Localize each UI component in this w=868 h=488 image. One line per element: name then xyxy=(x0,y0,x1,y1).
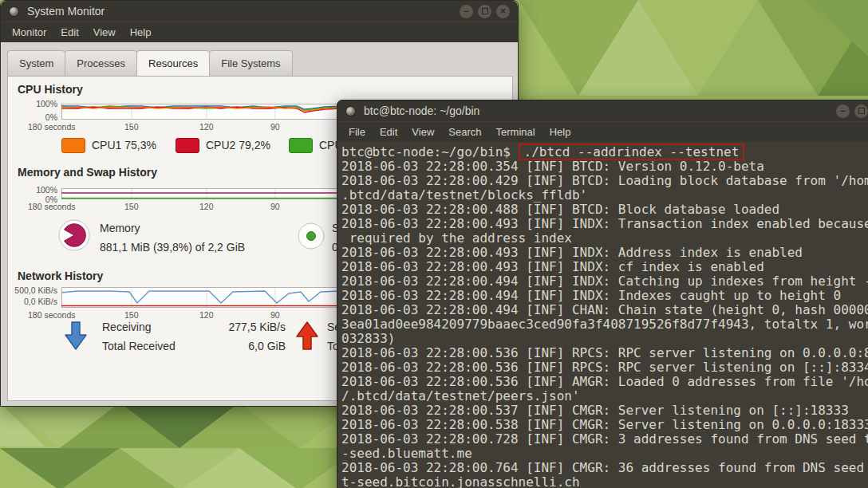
system-monitor-titlebar[interactable]: System Monitor xyxy=(1,1,518,22)
terminal-minimize-icon[interactable] xyxy=(836,104,850,118)
terminal-log-line: 2018-06-03 22:28:00.493 [INF] INDX: Addr… xyxy=(341,246,868,260)
receiving-label: Receiving xyxy=(102,321,151,333)
terminal-log-line: 2018-06-03 22:28:00.536 [INF] RPCS: RPC … xyxy=(341,346,868,360)
tab-system[interactable]: System xyxy=(7,50,65,77)
net-xtick-120: 120 xyxy=(199,310,214,320)
cpu-xtick-180: 180 seconds xyxy=(28,122,76,132)
mem-xtick-180: 180 seconds xyxy=(28,202,76,211)
total-received-value: 6,0 GiB xyxy=(191,340,286,352)
terminal-log-line: 2018-06-03 22:28:00.429 [INF] BTCD: Load… xyxy=(341,174,868,188)
terminal-log-line: 2018-06-03 22:28:00.494 [INF] INDX: Catc… xyxy=(341,274,868,289)
tab-bar: System Processes Resources File Systems xyxy=(7,50,293,77)
mem-xtick-90: 90 xyxy=(270,202,280,211)
minimize-icon[interactable] xyxy=(460,5,473,18)
terminal-title: btc@btc-node: ~/go/bin xyxy=(364,104,836,117)
tab-resources[interactable]: Resources xyxy=(136,50,209,77)
terminal-app-icon xyxy=(345,106,356,116)
terminal-log-line: -seed.bluematt.me xyxy=(341,447,868,461)
memory-value: 881,1 MiB (39,8%) of 2,2 GiB xyxy=(100,241,245,254)
receiving-arrow-icon xyxy=(62,319,89,352)
cpu1-legend-label: CPU1 75,3% xyxy=(92,139,156,152)
maximize-icon[interactable] xyxy=(478,5,491,18)
terminal-titlebar[interactable]: btc@btc-node: ~/go/bin xyxy=(337,100,868,121)
terminal-menu-edit[interactable]: Edit xyxy=(373,124,404,140)
menu-edit[interactable]: Edit xyxy=(54,24,85,41)
terminal-log-line: 2018-06-03 22:28:00.538 [INF] CMGR: Serv… xyxy=(341,418,868,432)
sending-arrow-icon xyxy=(294,319,321,352)
cpu-xtick-90: 90 xyxy=(270,122,280,132)
swap-dot-icon xyxy=(297,222,326,250)
terminal-menubar: File Edit View Search Terminal Help xyxy=(337,121,868,142)
terminal-screen[interactable]: btc@btc-node:~/go/bin$ ./btcd --addrinde… xyxy=(337,143,868,488)
terminal-log-line: 2018-06-03 22:28:00.537 [INF] CMGR: Serv… xyxy=(341,403,868,418)
receiving-rate: 277,5 KiB/s xyxy=(191,321,286,333)
tab-processes[interactable]: Processes xyxy=(65,50,136,77)
cpu1-swatch xyxy=(61,138,85,153)
terminal-log-line: 2018-06-03 22:28:00.493 [INF] INDX: Tran… xyxy=(341,217,868,231)
terminal-log-line: 2018-06-03 22:28:00.764 [INF] CMGR: 36 a… xyxy=(341,461,868,475)
cpu2-swatch xyxy=(176,138,199,153)
menu-help[interactable]: Help xyxy=(124,24,158,41)
terminal-log-line: 032833) xyxy=(341,332,868,346)
terminal-maximize-icon[interactable] xyxy=(854,104,868,118)
terminal-log-line: 2018-06-03 22:28:00.536 [INF] AMGR: Load… xyxy=(341,375,868,389)
cpu-xtick-120: 120 xyxy=(199,122,214,132)
memory-swap-heading: Memory and Swap History xyxy=(18,166,157,179)
total-received-label: Total Received xyxy=(102,340,176,352)
system-monitor-title: System Monitor xyxy=(27,5,460,18)
terminal-menu-view[interactable]: View xyxy=(405,124,440,140)
terminal-log-line: 2018-06-03 22:28:00.493 [INF] INDX: cf i… xyxy=(341,260,868,274)
terminal-log-line: .btcd/data/testnet/blocks_ffldb' xyxy=(341,188,868,203)
network-history-heading: Network History xyxy=(18,270,103,282)
menu-view[interactable]: View xyxy=(87,24,122,41)
terminal-log-line: 2018-06-03 22:28:00.494 [INF] CHAN: Chai… xyxy=(341,303,868,317)
mem-xtick-150: 150 xyxy=(124,202,139,211)
cpu2-legend-label: CPU2 79,2% xyxy=(206,139,270,152)
terminal-menu-terminal[interactable]: Terminal xyxy=(490,124,542,140)
system-monitor-menubar: Monitor Edit View Help xyxy=(1,22,518,42)
cpu3-swatch xyxy=(289,138,313,153)
terminal-log-line: 2018-06-03 22:28:00.488 [INF] BTCD: Bloc… xyxy=(341,203,868,217)
net-xtick-150: 150 xyxy=(124,310,139,320)
close-icon[interactable] xyxy=(496,5,510,18)
memory-pie-icon xyxy=(57,218,91,252)
cpu-ymin-label: 0% xyxy=(10,112,57,122)
terminal-log-line: t-seed.bitcoin.jonasschnelli.ch xyxy=(341,475,868,488)
terminal-menu-help[interactable]: Help xyxy=(543,124,578,140)
cpu-history-heading: CPU History xyxy=(18,83,83,96)
terminal-log-line: required by the address index xyxy=(341,231,868,246)
cpu-ymax-label: 100% xyxy=(10,99,57,108)
tab-file-systems[interactable]: File Systems xyxy=(209,50,292,77)
terminal-command: ./btcd --addrindex --testnet xyxy=(524,144,740,159)
terminal-log-line: 2018-06-03 22:28:00.494 [INF] INDX: Inde… xyxy=(341,289,868,303)
cpu-xtick-150: 150 xyxy=(124,122,139,132)
terminal-log-line: 3ea01ad0ee984209779baaec3ced90fa3f408719… xyxy=(341,317,868,332)
command-annotation-box: ./btcd --addrindex --testnet xyxy=(519,144,745,160)
net-xtick-90: 90 xyxy=(270,310,280,320)
memory-label: Memory xyxy=(100,222,140,234)
terminal-menu-file[interactable]: File xyxy=(342,124,372,140)
terminal-log-line: 2018-06-03 22:28:00.354 [INF] BTCD: Vers… xyxy=(341,159,868,174)
memory-ymax-label: 100% xyxy=(10,185,57,195)
terminal-window: btc@btc-node: ~/go/bin File Edit View Se… xyxy=(337,100,868,488)
terminal-log-line: 2018-06-03 22:28:00.536 [INF] RPCS: RPC … xyxy=(341,360,868,375)
menu-monitor[interactable]: Monitor xyxy=(6,24,53,41)
terminal-log-line: 2018-06-03 22:28:00.728 [INF] CMGR: 3 ad… xyxy=(341,432,868,447)
terminal-log-lines: 2018-06-03 22:28:00.354 [INF] BTCD: Vers… xyxy=(341,159,868,488)
network-ymin-label: 0,0 KiB/s xyxy=(10,297,57,306)
terminal-menu-search[interactable]: Search xyxy=(442,124,487,140)
network-ymax-label: 500,0 KiB/s xyxy=(10,285,57,295)
terminal-prompt: btc@btc-node:~/go/bin$ xyxy=(341,144,519,159)
mem-xtick-120: 120 xyxy=(199,202,214,211)
terminal-prompt-line: btc@btc-node:~/go/bin$ ./btcd --addrinde… xyxy=(341,145,868,159)
terminal-log-line: /.btcd/data/testnet/peers.json' xyxy=(341,389,868,403)
system-monitor-app-icon xyxy=(9,6,19,17)
